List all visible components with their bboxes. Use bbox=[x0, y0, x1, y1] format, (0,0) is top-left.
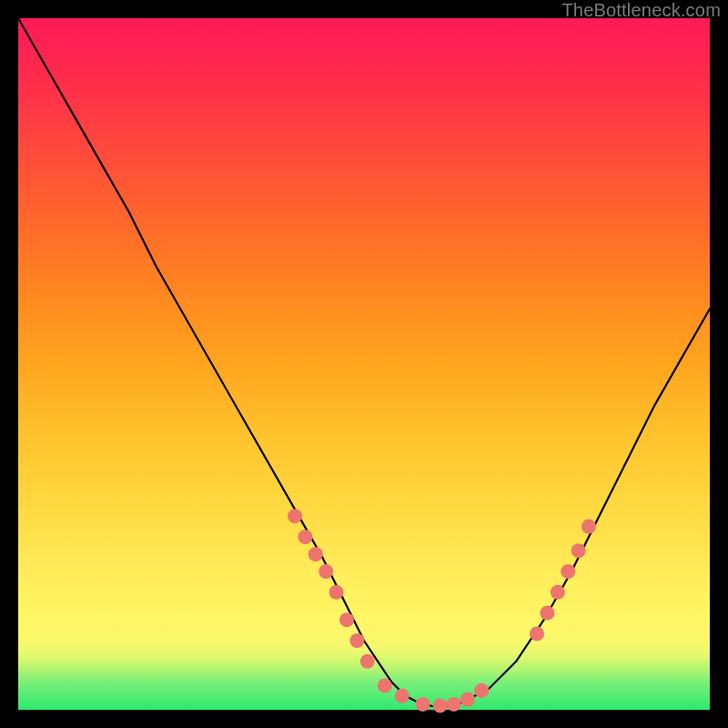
right-ascent-markers bbox=[530, 626, 544, 641]
chart-overlay bbox=[18, 18, 710, 710]
right-ascent-markers bbox=[581, 520, 596, 534]
right-ascent-markers bbox=[540, 606, 554, 621]
bottleneck-curve bbox=[18, 18, 710, 706]
left-descent-markers bbox=[318, 564, 333, 579]
left-descent-markers bbox=[339, 612, 354, 627]
left-descent-markers bbox=[298, 530, 312, 544]
right-ascent-markers bbox=[571, 543, 586, 558]
floor-markers bbox=[460, 693, 475, 707]
right-ascent-markers bbox=[551, 585, 565, 600]
marker-layer bbox=[288, 509, 596, 713]
left-descent-markers bbox=[360, 654, 375, 669]
floor-markers bbox=[433, 698, 448, 713]
chart-stage: TheBottleneck.com bbox=[0, 0, 728, 728]
floor-markers bbox=[474, 683, 489, 698]
left-descent-markers bbox=[308, 547, 323, 561]
left-descent-markers bbox=[349, 633, 364, 648]
floor-markers bbox=[395, 689, 410, 703]
left-descent-markers bbox=[329, 585, 344, 600]
floor-markers bbox=[378, 678, 392, 693]
left-descent-markers bbox=[288, 509, 302, 523]
floor-markers bbox=[416, 697, 430, 712]
watermark-text: TheBottleneck.com bbox=[561, 0, 721, 21]
floor-markers bbox=[447, 697, 461, 712]
right-ascent-markers bbox=[561, 564, 575, 579]
